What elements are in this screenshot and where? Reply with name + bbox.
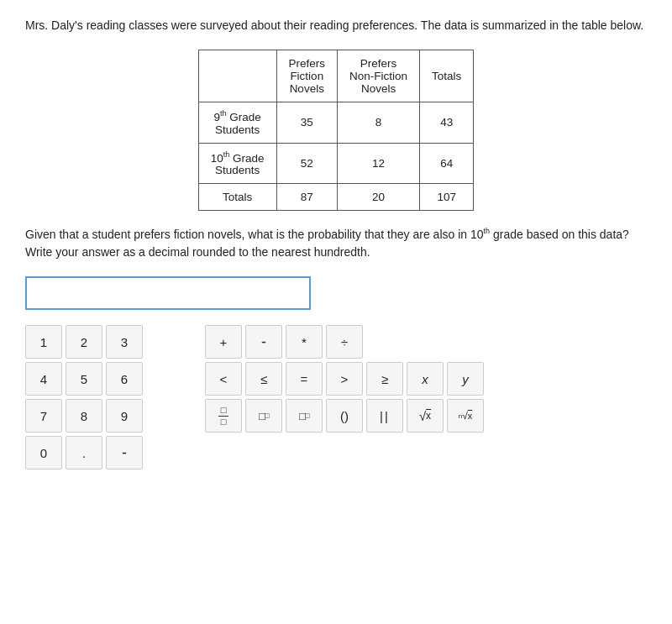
- btn-nthroot[interactable]: n√x: [447, 399, 484, 433]
- data-table-wrapper: PrefersFictionNovels PrefersNon-FictionN…: [25, 50, 647, 211]
- cell-9th-nonfiction: 8: [338, 102, 420, 144]
- header-nonfiction: PrefersNon-FictionNovels: [338, 50, 420, 102]
- table-row: Totals 87 20 107: [198, 184, 474, 211]
- header-totals: Totals: [420, 50, 474, 102]
- btn-5[interactable]: 5: [66, 362, 102, 396]
- calculator: 1 2 3 + - * ÷ 4 5 6 < ≤ = > ≥ x y 7 8 9 …: [25, 325, 529, 473]
- calc-row-2: 4 5 6 < ≤ = > ≥ x y: [25, 362, 529, 396]
- btn-4[interactable]: 4: [25, 362, 62, 396]
- btn-plus[interactable]: +: [205, 325, 242, 359]
- btn-parens[interactable]: (): [326, 399, 363, 433]
- btn-x[interactable]: x: [407, 362, 444, 396]
- btn-1[interactable]: 1: [25, 325, 62, 359]
- btn-subscript[interactable]: □□: [286, 399, 323, 433]
- table-row: 10th GradeStudents 52 12 64: [198, 143, 474, 184]
- question-text: Given that a student prefers fiction nov…: [25, 226, 647, 261]
- calc-row-4: 0 . -: [25, 436, 529, 469]
- cell-9th-fiction: 35: [276, 102, 338, 144]
- btn-7[interactable]: 7: [25, 399, 62, 433]
- cell-total-fiction: 87: [276, 184, 338, 211]
- row-label-totals: Totals: [198, 184, 276, 211]
- btn-gt[interactable]: >: [326, 362, 363, 396]
- btn-sqrt[interactable]: √x: [407, 399, 444, 433]
- table-row: 9th GradeStudents 35 8 43: [198, 102, 474, 144]
- btn-divide[interactable]: ÷: [326, 325, 363, 359]
- btn-power[interactable]: □□: [245, 399, 282, 433]
- calc-row-3: 7 8 9 □□ □□ □□ () || √x n√x: [25, 399, 529, 433]
- cell-10th-nonfiction: 12: [338, 143, 420, 184]
- cell-grand-total: 107: [420, 184, 474, 211]
- cell-10th-total: 64: [420, 143, 474, 184]
- cell-total-nonfiction: 20: [338, 184, 420, 211]
- btn-fraction[interactable]: □□: [205, 399, 242, 433]
- data-table: PrefersFictionNovels PrefersNon-FictionN…: [198, 50, 475, 211]
- calc-row-1: 1 2 3 + - * ÷: [25, 325, 529, 359]
- btn-dot[interactable]: .: [66, 436, 102, 469]
- header-fiction: PrefersFictionNovels: [276, 50, 338, 102]
- btn-6[interactable]: 6: [106, 362, 143, 396]
- row-label-9th: 9th GradeStudents: [198, 102, 276, 144]
- btn-minus[interactable]: -: [245, 325, 282, 359]
- row-label-10th: 10th GradeStudents: [198, 143, 276, 184]
- cell-10th-fiction: 52: [276, 143, 338, 184]
- btn-lt[interactable]: <: [205, 362, 242, 396]
- intro-text: Mrs. Daly's reading classes were surveye…: [25, 17, 647, 34]
- btn-neg[interactable]: -: [106, 436, 143, 469]
- btn-9[interactable]: 9: [106, 399, 143, 433]
- btn-multiply[interactable]: *: [286, 325, 323, 359]
- btn-y[interactable]: y: [447, 362, 484, 396]
- btn-lte[interactable]: ≤: [245, 362, 282, 396]
- answer-input-box[interactable]: [25, 276, 311, 310]
- btn-3[interactable]: 3: [106, 325, 143, 359]
- btn-2[interactable]: 2: [66, 325, 102, 359]
- btn-eq[interactable]: =: [286, 362, 323, 396]
- btn-gte[interactable]: ≥: [366, 362, 403, 396]
- cell-9th-total: 43: [420, 102, 474, 144]
- btn-8[interactable]: 8: [66, 399, 102, 433]
- btn-abs[interactable]: ||: [366, 399, 403, 433]
- btn-0[interactable]: 0: [25, 436, 62, 469]
